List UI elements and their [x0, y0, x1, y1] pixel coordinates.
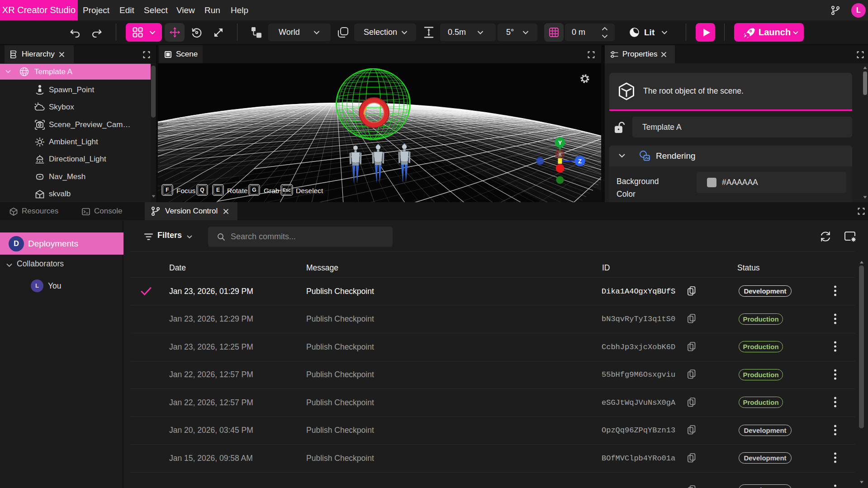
svg-text:Y: Y — [558, 139, 562, 146]
svg-text:Esc: Esc — [283, 188, 291, 193]
svg-text:Deselect: Deselect — [296, 187, 323, 194]
svg-text:G: G — [252, 187, 256, 193]
svg-text:Focus: Focus — [176, 187, 195, 194]
svg-text:F: F — [166, 187, 169, 193]
svg-text:Z: Z — [578, 158, 582, 165]
svg-text:Grab: Grab — [264, 187, 279, 194]
svg-text:X: X — [558, 152, 562, 158]
svg-text:E: E — [216, 187, 220, 193]
svg-text:Rotate: Rotate — [227, 187, 248, 194]
svg-text:Q: Q — [200, 187, 204, 193]
